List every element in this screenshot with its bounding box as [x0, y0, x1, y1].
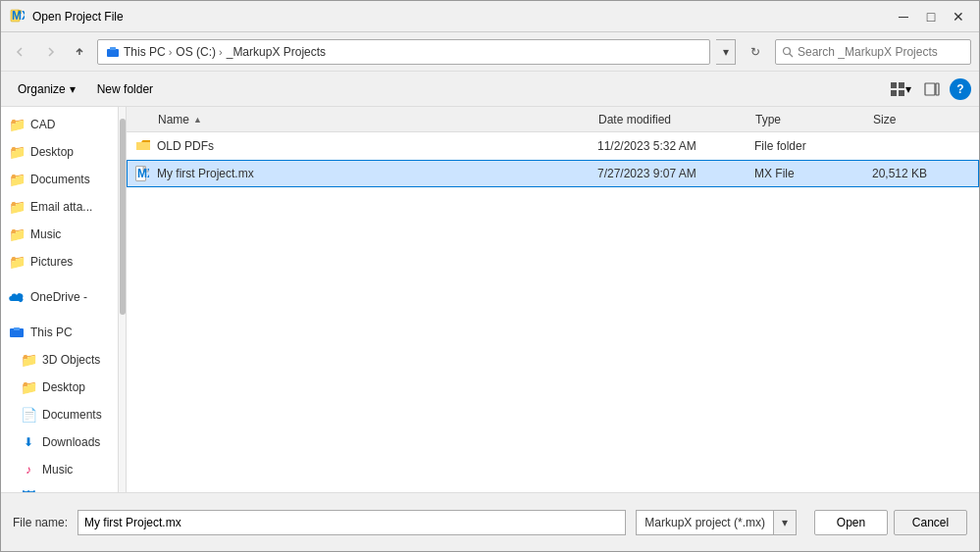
bottom-bar: File name: MarkupX project (*.mx) ▾ Open… [1, 492, 979, 551]
sort-arrow-icon: ▲ [193, 115, 202, 125]
column-size-header[interactable]: Size [873, 113, 971, 126]
column-date-header[interactable]: Date modified [598, 113, 755, 126]
sidebar-item-thispc[interactable]: This PC [1, 319, 118, 346]
views-icon [890, 81, 905, 97]
up-icon [74, 46, 85, 58]
svg-rect-7 [891, 82, 897, 88]
forward-icon [44, 46, 56, 58]
folder-icon: 📁 [9, 144, 25, 160]
sidebar: 📁 CAD 📁 Desktop 📁 Documents 📁 Email atta… [1, 107, 119, 492]
sidebar-item-documents[interactable]: 📁 Documents [1, 166, 118, 193]
svg-rect-11 [925, 83, 935, 95]
minimize-button[interactable]: ─ [891, 5, 916, 28]
close-button[interactable]: ✕ [946, 5, 971, 28]
sidebar-item-documents2[interactable]: 📄 Documents [1, 401, 118, 428]
folder-icon: 📁 [9, 117, 25, 132]
dialog-icon: MX [9, 9, 25, 25]
refresh-icon: ↻ [750, 45, 760, 59]
filetype-select[interactable]: MarkupX project (*.mx) ▾ [636, 510, 797, 535]
file-name-old-pdfs: OLD PDFs [135, 138, 597, 154]
sidebar-item-onedrive[interactable]: OneDrive - [1, 283, 118, 311]
svg-rect-10 [899, 90, 904, 96]
preview-button[interactable] [918, 76, 946, 102]
file-list: Name ▲ Date modified Type Size [127, 107, 979, 492]
folder-icon: 📁 [9, 254, 25, 270]
sidebar-item-3dobjects[interactable]: 📁 3D Objects [1, 346, 118, 374]
breadcrumb-bar[interactable]: This PC › OS (C:) › _MarkupX Projects [97, 39, 710, 65]
breadcrumb-markupx[interactable]: _MarkupX Projects [227, 45, 326, 59]
breadcrumb-osc[interactable]: OS (C:) › [176, 45, 222, 59]
svg-rect-4 [110, 47, 116, 50]
dialog-title: Open Project File [32, 10, 124, 24]
folder-icon: 📄 [21, 407, 36, 423]
cancel-button[interactable]: Cancel [894, 510, 967, 535]
svg-rect-3 [107, 49, 119, 57]
svg-rect-12 [936, 83, 939, 95]
column-type-header[interactable]: Type [755, 113, 873, 126]
address-bar: This PC › OS (C:) › _MarkupX Projects ▾ … [1, 32, 979, 72]
sidebar-item-pictures[interactable]: 📁 Pictures [1, 248, 118, 276]
sidebar-item-cad[interactable]: 📁 CAD [1, 111, 118, 138]
main-content: 📁 CAD 📁 Desktop 📁 Documents 📁 Email atta… [1, 107, 979, 492]
file-name-project-mx: MX My first Project.mx [135, 166, 597, 181]
organize-button[interactable]: Organize ▾ [9, 76, 84, 102]
title-bar: MX Open Project File ─ □ ✕ [1, 1, 979, 32]
svg-rect-14 [14, 327, 20, 330]
search-icon [782, 46, 794, 58]
title-bar-controls: ─ □ ✕ [891, 5, 971, 28]
toolbar-right: ▾ ? [887, 76, 971, 102]
search-input[interactable] [798, 45, 964, 59]
file-row-old-pdfs[interactable]: OLD PDFs 11/2/2023 5:32 AM File folder [127, 132, 979, 160]
file-date-project-mx: 7/27/2023 9:07 AM [597, 167, 754, 180]
downloads-icon: ⬇ [21, 434, 36, 450]
open-button[interactable]: Open [814, 510, 888, 535]
svg-text:MX: MX [12, 9, 25, 23]
back-button[interactable] [9, 40, 32, 64]
sidebar-item-pictures2[interactable]: 🖼 Pictures [1, 483, 118, 492]
forward-button[interactable] [38, 40, 62, 64]
up-button[interactable] [68, 40, 91, 64]
file-date-old-pdfs: 11/2/2023 5:32 AM [597, 139, 754, 153]
sidebar-item-music2[interactable]: ♪ Music [1, 456, 118, 483]
toolbar: Organize ▾ New folder ▾ [1, 72, 979, 107]
dropdown-arrow-icon: ▾ [723, 45, 729, 59]
search-bar[interactable] [775, 39, 971, 65]
new-folder-button[interactable]: New folder [88, 76, 162, 102]
folder-icon: 📁 [21, 379, 36, 395]
folder-icon [135, 138, 151, 154]
views-dropdown-icon: ▾ [905, 82, 911, 96]
onedrive-icon [9, 289, 25, 305]
views-button[interactable]: ▾ [887, 76, 914, 102]
svg-point-5 [784, 47, 791, 54]
preview-icon [924, 81, 940, 97]
file-type-old-pdfs: File folder [754, 139, 872, 153]
maximize-button[interactable]: □ [918, 5, 944, 28]
svg-rect-9 [891, 90, 897, 96]
folder-icon: 📁 [9, 172, 25, 187]
sidebar-item-email[interactable]: 📁 Email atta... [1, 193, 118, 221]
column-name-header[interactable]: Name ▲ [134, 113, 598, 126]
thispc-icon [9, 325, 25, 340]
music-icon: ♪ [21, 462, 36, 477]
mx-file-icon: MX [135, 166, 151, 181]
file-row-project-mx[interactable]: MX My first Project.mx 7/27/2023 9:07 AM… [127, 160, 979, 187]
sidebar-item-music[interactable]: 📁 Music [1, 221, 118, 248]
sidebar-item-desktop[interactable]: 📁 Desktop [1, 138, 118, 166]
filetype-dropdown-button[interactable]: ▾ [773, 510, 797, 535]
refresh-button[interactable]: ↻ [742, 39, 769, 65]
svg-line-6 [790, 53, 794, 57]
filename-input[interactable] [77, 510, 626, 535]
sidebar-item-desktop2[interactable]: 📁 Desktop [1, 374, 118, 401]
address-dropdown[interactable]: ▾ [716, 39, 736, 65]
organize-dropdown-icon: ▾ [70, 82, 76, 96]
open-project-dialog: MX Open Project File ─ □ ✕ This PC [0, 0, 980, 552]
help-button[interactable]: ? [950, 78, 971, 100]
back-icon [15, 46, 26, 58]
thispc-breadcrumb-icon [106, 45, 120, 59]
file-size-project-mx: 20,512 KB [872, 167, 970, 180]
filename-label: File name: [13, 516, 68, 529]
sidebar-item-downloads[interactable]: ⬇ Downloads [1, 428, 118, 456]
filetype-display: MarkupX project (*.mx) [636, 510, 773, 535]
sidebar-scrollbar[interactable] [119, 107, 127, 492]
breadcrumb-thispc[interactable]: This PC › [124, 45, 172, 59]
